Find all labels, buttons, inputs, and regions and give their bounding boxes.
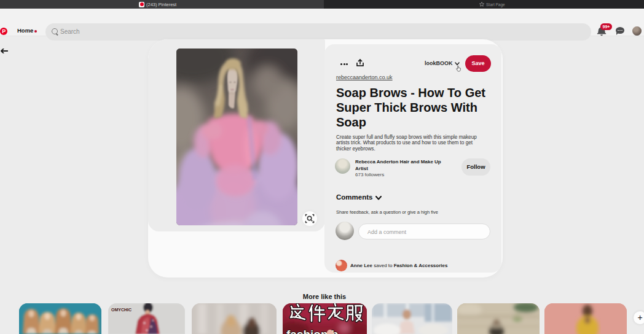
svg-text:OMYCHIC: OMYCHIC (111, 308, 132, 312)
